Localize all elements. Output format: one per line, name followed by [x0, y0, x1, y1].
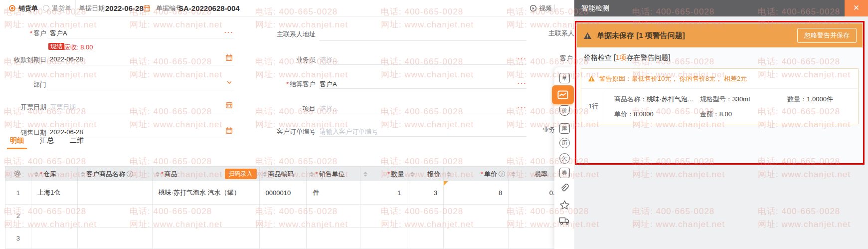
doc-date-value[interactable]: 2022-06-28 [105, 0, 144, 16]
settle-customer-picker-icon[interactable]: ··· [518, 79, 527, 87]
sort-icon[interactable] [156, 172, 160, 177]
cell-price[interactable] [444, 228, 509, 249]
sort-icon[interactable] [447, 172, 451, 177]
calendar-icon[interactable] [225, 101, 233, 109]
cell-price[interactable]: 8 [444, 181, 509, 205]
calendar-icon[interactable] [225, 127, 233, 134]
video-icon[interactable] [529, 4, 537, 12]
table-settings-header[interactable] [5, 167, 31, 182]
sort-icon[interactable] [263, 172, 267, 177]
sale-date-value[interactable]: 2022-06-28 [50, 128, 83, 136]
clipped-label: 客户 [560, 54, 573, 63]
scan-entry-button[interactable]: 扫码录入 [225, 169, 257, 179]
calendar-icon[interactable] [225, 54, 233, 61]
voucher-icon[interactable]: 券 [559, 167, 570, 178]
tab-summary[interactable]: 汇总 [40, 136, 54, 149]
cell-warehouse[interactable] [31, 205, 78, 228]
tab-2d[interactable]: 二维 [70, 136, 84, 149]
item-amount: 金额：8.00 [700, 110, 732, 119]
warning-detail-box: 警告原因：最低售价10元， 你的售价8元， 相差2元 1行 商品名称：桃味·苏打… [581, 68, 859, 124]
draft-icon[interactable]: 草 [559, 72, 570, 83]
sort-icon[interactable] [34, 172, 38, 177]
column-header-qty[interactable]: *数量 [360, 167, 407, 182]
close-icon[interactable]: × [845, 0, 868, 16]
cell-quote[interactable]: 3 [407, 181, 444, 205]
detail-tabs: 明细 汇总 二维 [10, 136, 84, 149]
ignore-and-save-button[interactable]: 忽略警告并保存 [797, 28, 857, 43]
cell-code[interactable] [260, 228, 307, 249]
delivery-icon[interactable] [559, 215, 570, 226]
settle-customer-value[interactable]: 客户A [320, 80, 337, 89]
due-date-value[interactable]: 2022-06-28 [50, 55, 83, 63]
cell-unit[interactable]: 件 [307, 181, 360, 205]
cell-quote[interactable] [407, 205, 444, 228]
warning-row-no: 1行 [581, 89, 606, 124]
item-qty: 数量：1.0000件 [787, 95, 833, 104]
warning-reason-text: 警告原因：最低售价10元， 你的售价8元， 相差2元 [599, 74, 747, 83]
cell-cust_name[interactable] [78, 228, 153, 249]
calendar-icon[interactable] [143, 4, 151, 12]
video-link[interactable]: 视频 [539, 0, 552, 16]
sort-icon[interactable] [310, 172, 314, 177]
sort-icon[interactable] [512, 172, 516, 177]
invoice-date-input[interactable]: 开票日期 [50, 103, 76, 112]
inventory-icon[interactable]: 库 [559, 123, 570, 134]
project-picker-icon[interactable]: ··· [518, 104, 527, 111]
doc-no-value[interactable]: SA-20220628-004 [178, 0, 240, 16]
column-header-quote[interactable]: 报价 [407, 167, 444, 182]
sort-icon[interactable] [81, 172, 85, 177]
cell-quote[interactable] [407, 228, 444, 249]
price-icon[interactable]: 价 [559, 105, 570, 116]
gear-icon[interactable] [13, 170, 21, 179]
sort-icon[interactable] [410, 172, 414, 177]
warning-icon [583, 32, 592, 39]
customer-picker-icon[interactable]: ··· [224, 28, 234, 36]
column-header-cust_name[interactable]: 客户商品名称? [78, 167, 153, 182]
cell-qty[interactable]: 1 [360, 181, 407, 205]
sort-icon[interactable] [363, 172, 367, 177]
cell-product[interactable] [153, 205, 260, 228]
cell-product[interactable] [153, 228, 260, 249]
column-header-product[interactable]: *商品扫码录入 [153, 167, 260, 182]
cell-qty[interactable] [360, 205, 407, 228]
panel-title: 智能检测 [581, 0, 609, 16]
attachment-icon[interactable] [559, 183, 570, 194]
column-header-unit[interactable]: *销售单位 [307, 167, 360, 182]
sales-order-radio-label[interactable]: 销货单 [18, 0, 38, 16]
favorite-icon[interactable] [559, 200, 570, 211]
sales-order-radio[interactable] [9, 5, 15, 11]
return-order-radio[interactable] [43, 5, 49, 11]
topbar-separator [554, 4, 555, 12]
salesman-picker-icon[interactable]: ··· [518, 55, 527, 62]
contact-address-underline[interactable] [320, 40, 526, 41]
cell-price[interactable] [444, 205, 509, 228]
column-header-price[interactable]: *单价? [444, 167, 509, 182]
form-topbar: 销货单 退货单 单据日期 2022-06-28 单据编号 SA-20220628… [0, 0, 574, 16]
cell-qty[interactable] [360, 228, 407, 249]
contact-address-label: 主联系人地址 [251, 30, 316, 39]
settle-customer-underline [320, 88, 526, 89]
topbar-divider [76, 16, 574, 16]
cell-unit[interactable] [307, 228, 360, 249]
cell-unit[interactable] [307, 205, 360, 228]
history-icon[interactable]: 历 [559, 137, 570, 148]
arrears-icon[interactable]: 欠 [559, 153, 570, 164]
cell-cust_name[interactable] [78, 205, 153, 228]
project-input[interactable]: 选择... [320, 104, 338, 113]
cell-warehouse[interactable]: 上海1仓 [31, 181, 78, 205]
cell-code[interactable] [260, 205, 307, 228]
app-root: 销货单 退货单 单据日期 2022-06-28 单据编号 SA-20220628… [0, 0, 868, 249]
cell-product[interactable]: 桃味·苏打气泡水 汽水（罐） [153, 181, 260, 205]
customer-order-no-input[interactable]: 请输入客户订单编号 [320, 127, 378, 136]
chevron-down-icon[interactable] [226, 79, 233, 86]
tab-detail[interactable]: 明细 [10, 136, 24, 149]
column-header-warehouse[interactable]: *仓库 [31, 167, 78, 182]
customer-value[interactable]: 客户A [50, 29, 67, 38]
smart-detect-icon[interactable] [552, 85, 574, 104]
cell-cust_name[interactable] [78, 181, 153, 205]
cell-code[interactable]: 0000010 [260, 181, 307, 205]
cell-warehouse[interactable] [31, 228, 78, 249]
return-order-radio-label[interactable]: 退货单 [52, 0, 71, 16]
salesman-input[interactable]: 选择... [320, 55, 338, 64]
column-header-code[interactable]: 商品编码 [260, 167, 307, 182]
